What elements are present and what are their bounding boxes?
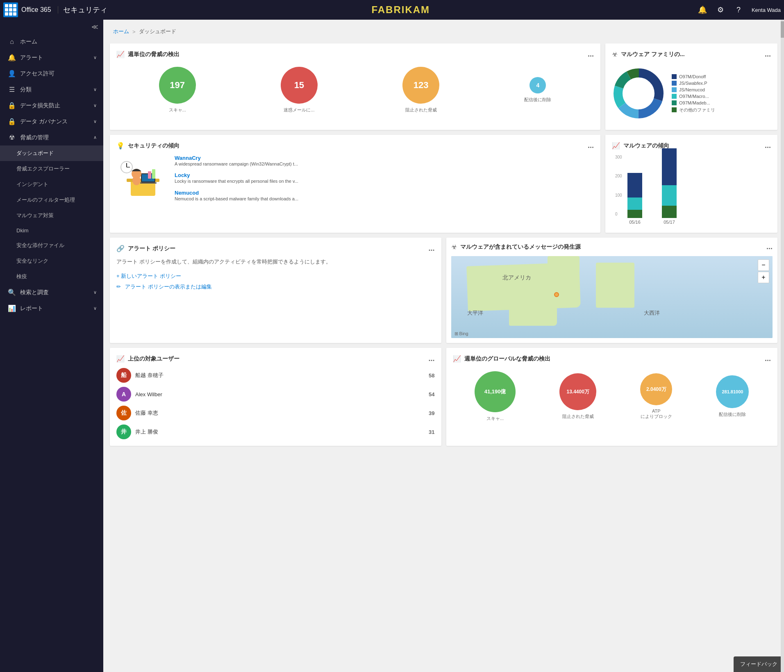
y-label-200: 200 xyxy=(615,174,622,178)
alert-icon: 🔔 xyxy=(8,54,16,61)
chevron-down-icon-5: ∨ xyxy=(93,290,97,295)
weekly-threats-more[interactable]: ... xyxy=(588,50,594,59)
malware-map-title: マルウェアが含まれているメッセージの発生源 xyxy=(460,243,763,251)
notification-button[interactable]: 🔔 xyxy=(694,2,711,18)
malware-family-more[interactable]: ... xyxy=(765,50,771,59)
donut-legend: O97M/Donoff JS/Swabfex.P JS/Nemucod O97M… xyxy=(672,74,715,113)
sidebar-subitem-dashboard[interactable]: ダッシュボード xyxy=(0,145,103,161)
breadcrumb-current: ダッシュボード xyxy=(139,28,176,35)
trend-title-1[interactable]: Locky xyxy=(175,172,594,178)
user-avatar-0: 船 xyxy=(116,368,131,383)
circle-blocked: 123 xyxy=(402,67,439,104)
global-circle-blocked: 13.4400万 xyxy=(559,373,596,410)
sidebar-collapse-button[interactable]: ≪ xyxy=(0,20,103,34)
sidebar-item-reports[interactable]: 📊 レポート ∨ xyxy=(0,300,103,316)
sidebar-item-threat-label: 脅威の管理 xyxy=(20,134,49,141)
sidebar-item-classify[interactable]: ☰ 分類 ∨ xyxy=(0,82,103,98)
weekly-threats-title: 週単位の脅威の検出 xyxy=(128,51,584,58)
scroll-bar[interactable] xyxy=(781,20,784,672)
user-row-3: 井 井上 勝俊 31 xyxy=(116,425,435,439)
map-label-atlantic: 大西洋 xyxy=(644,309,660,317)
sidebar-subitem-explorer[interactable]: 脅威エクスプローラー xyxy=(0,161,103,177)
malware-trend-more[interactable]: ... xyxy=(765,141,771,150)
trend-title-2[interactable]: Nemucod xyxy=(175,190,594,196)
bar-1-seg-0 xyxy=(662,148,677,185)
sidebar-item-threat[interactable]: ☢ 脅威の管理 ∧ xyxy=(0,129,103,145)
waffle-icon[interactable] xyxy=(3,2,18,17)
user-count-1: 54 xyxy=(429,391,434,397)
breadcrumb-sep: > xyxy=(132,29,136,35)
malware-trend-card: 📈 マルウェアの傾向 ... 300 200 100 0 xyxy=(605,135,777,233)
alert-policy-card: 🔗 アラート ポリシー ... アラート ポリシーを作成して、組織内のアクティビ… xyxy=(110,238,441,343)
alert-policy-title: アラート ポリシー xyxy=(128,245,425,252)
sidebar-subitem-dashboard-label: ダッシュボード xyxy=(16,150,54,157)
legend-item-1: JS/Swabfex.P xyxy=(672,81,715,86)
alert-policy-more[interactable]: ... xyxy=(428,244,434,253)
top-users-more[interactable]: ... xyxy=(428,354,434,363)
sidebar-item-alerts[interactable]: 🔔 アラート ∨ xyxy=(0,50,103,66)
trend-title-0[interactable]: WannaCry xyxy=(175,155,594,161)
global-circle-blocked-label: 阻止された脅威 xyxy=(562,413,594,420)
threat-icon: ☢ xyxy=(8,134,16,141)
feedback-button[interactable]: フィードバック xyxy=(734,656,784,672)
sidebar-item-search[interactable]: 🔍 検索と調査 ∨ xyxy=(0,284,103,300)
sidebar-item-dlp[interactable]: 🔒 データ損失防止 ∨ xyxy=(0,98,103,114)
user-row-0: 船 船越 奈穂子 58 xyxy=(116,368,435,383)
security-trends-title: セキュリティの傾向 xyxy=(128,142,584,150)
sidebar-subitem-dkim[interactable]: Dkim xyxy=(0,223,103,238)
breadcrumb-home[interactable]: ホーム xyxy=(113,28,129,35)
sidebar-subitem-mail-filter[interactable]: メールのフィルター処理 xyxy=(0,192,103,208)
top-users-card: 📈 上位の対象ユーザー ... 船 船越 奈穂子 58 A Alex Wilbe… xyxy=(110,348,441,446)
brand-logo: FABRIKAM xyxy=(107,4,694,16)
edit-alert-policy-link[interactable]: ✏ アラート ポリシーの表示または編集 xyxy=(116,283,435,291)
alert-policy-description: アラート ポリシーを作成して、組織内のアクティビティを常時把握できるようにします… xyxy=(116,258,435,266)
main-content: ホーム > ダッシュボード 📈 週単位の脅威の検出 ... 197 スキャ... xyxy=(103,20,784,672)
circle-spam: 15 xyxy=(281,67,318,104)
malware-trend-title: マルウェアの傾向 xyxy=(623,142,761,150)
reports-icon: 📊 xyxy=(8,304,16,312)
map-zoom-out-button[interactable]: − xyxy=(758,259,769,271)
sidebar-item-alerts-label: アラート xyxy=(20,54,43,61)
sidebar-item-governance[interactable]: 🔒 データ ガバナンス ∨ xyxy=(0,114,103,129)
circle-deleted-label: 配信後に削除 xyxy=(524,97,551,103)
global-chart-icon: 📈 xyxy=(453,355,461,363)
bar-chart-area: 300 200 100 0 xyxy=(612,155,771,226)
bar-1-seg-1 xyxy=(662,185,677,206)
user-name[interactable]: Kenta Wada xyxy=(752,7,781,13)
bing-logo: ⊞ Bing xyxy=(454,331,468,336)
malware-map-more[interactable]: ... xyxy=(766,243,773,251)
chevron-up-icon: ∧ xyxy=(93,135,97,140)
map-label-north-america: 北アメリカ xyxy=(502,274,531,282)
sidebar-subitem-safe-attach[interactable]: 安全な添付ファイル xyxy=(0,238,103,253)
sidebar-subitem-safe-attach-label: 安全な添付ファイル xyxy=(16,242,64,249)
user-avatar-3: 井 xyxy=(116,425,131,439)
chevron-down-icon-2: ∨ xyxy=(93,87,97,92)
circle-scan-label: スキャ... xyxy=(169,107,186,113)
sidebar-subitem-safe-link[interactable]: 安全なリンク xyxy=(0,253,103,269)
chart-icon: 📈 xyxy=(116,50,125,58)
sidebar-subitem-incident[interactable]: インシデント xyxy=(0,177,103,192)
user-list: 船 船越 奈穂子 58 A Alex Wilber 54 佐 佐藤 幸 xyxy=(116,368,435,439)
sidebar-item-governance-label: データ ガバナンス xyxy=(20,118,68,125)
help-button[interactable]: ? xyxy=(730,2,747,18)
sidebar-item-classify-label: 分類 xyxy=(20,86,32,93)
sidebar-item-home[interactable]: ⌂ ホーム xyxy=(0,34,103,50)
new-alert-policy-link[interactable]: + 新しいアラート ポリシー xyxy=(116,272,435,280)
circle-item-blocked: 123 阻止された脅威 xyxy=(402,67,439,113)
bar-1-seg-2 xyxy=(662,206,677,218)
legend-item-4: O97M/Madeb... xyxy=(672,100,715,105)
x-label-0516: 05/16 xyxy=(627,220,642,225)
y-label-0: 0 xyxy=(615,212,622,216)
sidebar-item-access[interactable]: 👤 アクセス許可 xyxy=(0,66,103,82)
security-trends-more[interactable]: ... xyxy=(588,141,594,150)
map-container: 北アメリカ 大西洋 大平洋 − + ⊞ Bing xyxy=(451,256,773,338)
settings-button[interactable]: ⚙ xyxy=(712,2,729,18)
map-zoom-in-button[interactable]: + xyxy=(758,272,769,283)
global-threats-more[interactable]: ... xyxy=(765,354,771,363)
bar-group-1 xyxy=(662,148,677,218)
sidebar-subitem-quarantine[interactable]: 検疫 xyxy=(0,269,103,284)
global-circle-deleted-label: 配信後に削除 xyxy=(719,411,746,418)
malware-map-card: ☣ マルウェアが含まれているメッセージの発生源 ... 北アメリカ 大西洋 大平… xyxy=(446,238,778,343)
trend-item-0: WannaCry A widespread ransomware campaig… xyxy=(175,155,594,167)
sidebar-subitem-malware[interactable]: マルウェア対策 xyxy=(0,208,103,223)
